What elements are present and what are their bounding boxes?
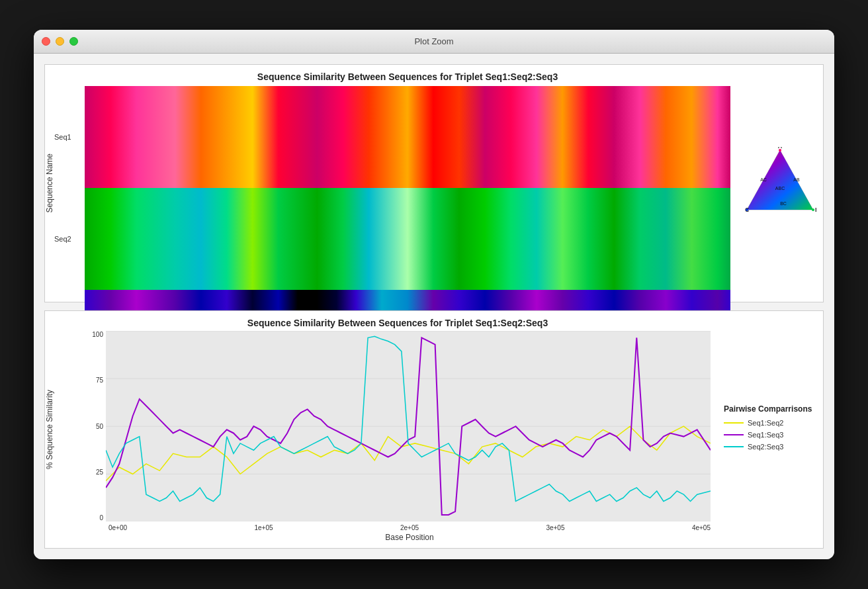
top-chart-area: Sequence Similarity Between Sequences fo…	[85, 65, 737, 302]
legend-label-seq1seq3: Seq1:Seq3	[748, 431, 783, 439]
x-tick-0: 0e+00	[108, 524, 127, 531]
svg-text:BC: BC	[780, 201, 787, 206]
legend-line-purple	[724, 434, 744, 435]
svg-text:AC: AC	[760, 177, 767, 182]
svg-point-14	[746, 208, 748, 211]
top-plot: Sequence Name Sequence Similarity Betwee…	[44, 64, 824, 302]
main-window: Plot Zoom Sequence Name Sequence Similar…	[34, 30, 834, 559]
svg-rect-0	[85, 86, 730, 188]
y-tick-75: 75	[96, 377, 103, 384]
y-tick-50: 50	[96, 423, 103, 430]
legend-line-yellow	[724, 422, 744, 424]
bottom-plot: % Sequence Similarity Sequence Similarit…	[44, 310, 824, 549]
seq1-label: Seq1	[54, 86, 74, 188]
svg-text:AB: AB	[793, 177, 800, 182]
y-tick-labels: 100 75 50 25 0	[85, 331, 106, 521]
legend-item-seq1seq2: Seq1:Seq2	[724, 419, 816, 427]
y-tick-0: 0	[99, 514, 103, 521]
svg-text:ABC: ABC	[775, 186, 785, 191]
x-tick-3e5: 3e+05	[546, 524, 564, 531]
svg-rect-1	[85, 188, 730, 290]
y-tick-100: 100	[92, 331, 103, 338]
bottom-y-axis: % Sequence Similarity	[45, 311, 85, 548]
bottom-chart-title: Sequence Similarity Between Sequences fo…	[85, 318, 711, 328]
bottom-x-axis-ticks: 0e+00 1e+05 2e+05 3e+05 4e+05	[85, 524, 711, 531]
bottom-legend: Pairwise Comparrisons Seq1:Seq2 Seq1:Seq…	[717, 311, 823, 548]
close-button[interactable]	[42, 37, 50, 46]
svg-point-12	[779, 149, 781, 152]
seq2-label: Seq2	[54, 188, 74, 290]
top-chart-title: Sequence Similarity Between Sequences fo…	[85, 71, 730, 82]
bottom-x-axis-label: Base Position	[85, 533, 711, 542]
legend-label-seq1seq2: Seq1:Seq2	[748, 419, 783, 427]
titlebar: Plot Zoom	[34, 30, 834, 54]
window-title: Plot Zoom	[414, 36, 453, 46]
legend-label-seq2seq3: Seq2:Seq3	[748, 443, 783, 451]
triangle-legend: A B C AB AC BC ABC	[737, 65, 823, 302]
bottom-chart-area: Sequence Similarity Between Sequences fo…	[85, 311, 717, 548]
bottom-y-axis-label: % Sequence Similarity	[45, 390, 54, 469]
maximize-button[interactable]	[69, 37, 78, 46]
x-tick-2e5: 2e+05	[400, 524, 419, 531]
seq1-heatmap-row	[85, 86, 730, 188]
x-tick-4e5: 4e+05	[692, 524, 711, 531]
svg-text:B: B	[815, 206, 816, 213]
svg-point-13	[812, 208, 814, 211]
line-chart	[106, 331, 711, 521]
traffic-lights	[42, 37, 78, 46]
legend-item-seq2seq3: Seq2:Seq3	[724, 443, 816, 451]
minimize-button[interactable]	[56, 37, 64, 46]
y-tick-25: 25	[96, 469, 103, 476]
legend-line-cyan	[724, 446, 744, 447]
legend-title: Pairwise Comparrisons	[724, 404, 816, 414]
x-tick-1e5: 1e+05	[254, 524, 273, 531]
seq2-heatmap-row	[85, 188, 730, 290]
top-y-axis-label: Sequence Name	[45, 154, 54, 212]
legend-item-seq1seq3: Seq1:Seq3	[724, 431, 816, 439]
content-area: Sequence Name Sequence Similarity Betwee…	[34, 54, 834, 559]
